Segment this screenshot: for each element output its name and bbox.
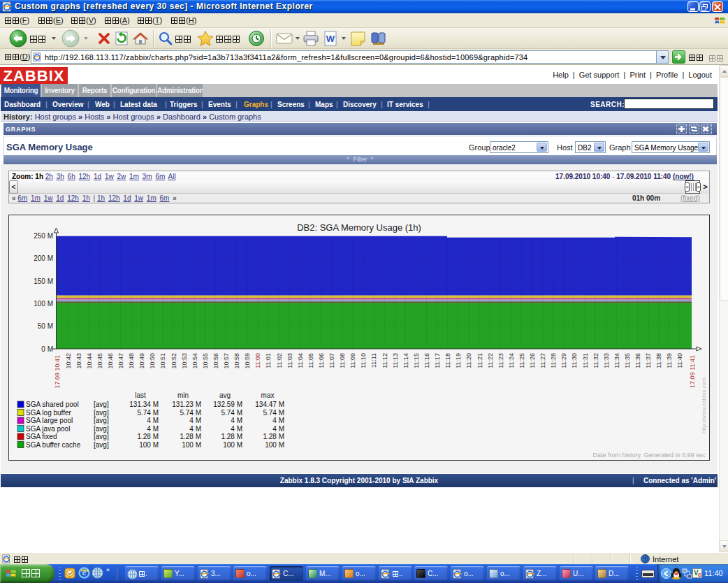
svg-text:132.59 M: 132.59 M: [213, 401, 242, 408]
svg-text:10:49: 10:49: [138, 353, 145, 369]
svg-text:[avg]: [avg]: [94, 401, 109, 408]
svg-text:4 M: 4 M: [272, 417, 284, 424]
svg-text:avg: avg: [219, 391, 231, 399]
svg-text:11:15: 11:15: [413, 353, 420, 368]
svg-text:DB2: SGA Memory Usage (1h): DB2: SGA Memory Usage (1h): [297, 222, 421, 233]
svg-text:11:13: 11:13: [392, 353, 399, 368]
svg-text:4 M: 4 M: [147, 417, 159, 424]
svg-text:11:24: 11:24: [508, 353, 515, 368]
svg-text:SGA large pool: SGA large pool: [26, 417, 73, 424]
svg-text:50 M: 50 M: [38, 322, 53, 330]
svg-text:250 M: 250 M: [34, 232, 53, 240]
svg-text:10:52: 10:52: [170, 353, 177, 369]
svg-text:SGA log buffer: SGA log buffer: [26, 409, 72, 417]
svg-text:100 M: 100 M: [223, 441, 242, 449]
svg-text:150 M: 150 M: [34, 278, 53, 285]
svg-text:last: last: [135, 391, 146, 399]
svg-text:11:40: 11:40: [676, 353, 683, 368]
svg-text:11:01: 11:01: [265, 353, 272, 368]
svg-text:SGA java pool: SGA java pool: [26, 425, 70, 433]
svg-text:11:11: 11:11: [370, 353, 377, 368]
svg-text:17.09 11:41: 17.09 11:41: [689, 355, 696, 388]
svg-text:11:00: 11:00: [254, 353, 261, 368]
svg-text:100 M: 100 M: [139, 441, 159, 449]
svg-text:10:48: 10:48: [128, 353, 135, 369]
svg-text:4 M: 4 M: [231, 417, 242, 424]
svg-text:11:33: 11:33: [603, 353, 610, 368]
svg-text:10:47: 10:47: [117, 353, 124, 369]
svg-text:11:31: 11:31: [582, 353, 589, 368]
svg-text:11:10: 11:10: [360, 353, 367, 368]
svg-text:11:04: 11:04: [297, 353, 304, 368]
svg-text:0 M: 0 M: [41, 345, 53, 353]
svg-text:200 M: 200 M: [34, 254, 53, 262]
svg-text:10:50: 10:50: [149, 353, 156, 369]
svg-text:11:03: 11:03: [286, 353, 293, 368]
svg-text:11:19: 11:19: [455, 353, 462, 368]
svg-text:11:20: 11:20: [465, 353, 472, 368]
svg-text:11:37: 11:37: [645, 353, 652, 368]
svg-text:SGA shared pool: SGA shared pool: [26, 401, 79, 408]
svg-text:131.34 M: 131.34 M: [129, 401, 159, 408]
svg-text:10:58: 10:58: [233, 353, 240, 369]
svg-text:10:56: 10:56: [212, 353, 219, 369]
svg-text:max: max: [261, 391, 275, 399]
svg-text:4 M: 4 M: [231, 425, 242, 433]
svg-text:10:54: 10:54: [191, 353, 198, 369]
svg-text:http://www.zabbix.com: http://www.zabbix.com: [701, 377, 707, 433]
svg-text:100 M: 100 M: [34, 300, 53, 308]
svg-text:1.28 M: 1.28 M: [263, 433, 284, 440]
svg-text:11:28: 11:28: [550, 353, 557, 368]
svg-text:W: W: [326, 34, 335, 44]
svg-text:1.28 M: 1.28 M: [137, 433, 159, 440]
svg-text:11:18: 11:18: [444, 353, 451, 368]
svg-text:11:27: 11:27: [539, 353, 546, 368]
svg-text:[avg]: [avg]: [94, 417, 109, 424]
svg-text:[avg]: [avg]: [94, 425, 109, 433]
svg-text:131.23 M: 131.23 M: [172, 401, 201, 408]
svg-text:10:51: 10:51: [159, 353, 166, 369]
svg-text:SGA fixed: SGA fixed: [26, 433, 57, 440]
svg-text:11:14: 11:14: [402, 353, 409, 368]
svg-text:100 M: 100 M: [265, 441, 284, 449]
svg-text:Date from history. Generated i: Date from history. Generated in 0.99 sec: [593, 452, 706, 459]
svg-text:10:46: 10:46: [107, 353, 114, 369]
svg-text:10:44: 10:44: [86, 353, 93, 369]
svg-text:10:43: 10:43: [75, 353, 82, 369]
svg-text:1.28 M: 1.28 M: [221, 433, 242, 440]
svg-text:5.74 M: 5.74 M: [180, 409, 201, 417]
svg-text:11:39: 11:39: [666, 353, 673, 368]
svg-text:[avg]: [avg]: [94, 409, 109, 417]
svg-text:10:42: 10:42: [65, 353, 72, 369]
svg-text:11:16: 11:16: [423, 353, 430, 368]
svg-text:11:09: 11:09: [349, 353, 356, 368]
svg-text:11:32: 11:32: [592, 353, 599, 368]
svg-text:11:07: 11:07: [328, 353, 335, 368]
svg-text:[avg]: [avg]: [94, 433, 109, 440]
svg-text:11:35: 11:35: [624, 353, 631, 368]
svg-text:SGA buffer cache: SGA buffer cache: [26, 441, 81, 449]
svg-text:11:22: 11:22: [487, 353, 494, 368]
svg-text:11:30: 11:30: [571, 353, 578, 368]
svg-text:11:21: 11:21: [476, 353, 483, 368]
svg-text:5.74 M: 5.74 M: [137, 409, 159, 417]
svg-text:5.74 M: 5.74 M: [263, 409, 284, 417]
svg-text:17.09 10:41: 17.09 10:41: [54, 355, 61, 389]
svg-text:4 M: 4 M: [189, 417, 201, 424]
svg-text:4 M: 4 M: [147, 425, 159, 433]
svg-text:11:12: 11:12: [381, 353, 388, 368]
svg-text:10:55: 10:55: [202, 353, 209, 369]
svg-text:10:45: 10:45: [96, 353, 103, 369]
svg-text:11:02: 11:02: [276, 353, 283, 368]
svg-text:10:53: 10:53: [181, 353, 188, 369]
svg-text:[avg]: [avg]: [94, 441, 109, 449]
svg-text:10:57: 10:57: [223, 353, 230, 369]
svg-text:1.28 M: 1.28 M: [180, 433, 201, 440]
svg-text:11:29: 11:29: [560, 353, 567, 368]
svg-text:134.47 M: 134.47 M: [255, 401, 284, 408]
svg-text:4 M: 4 M: [272, 425, 284, 433]
svg-text:11:05: 11:05: [307, 353, 314, 368]
svg-text:11:08: 11:08: [339, 353, 346, 368]
svg-text:10:59: 10:59: [244, 353, 251, 369]
svg-text:11:25: 11:25: [518, 353, 525, 368]
